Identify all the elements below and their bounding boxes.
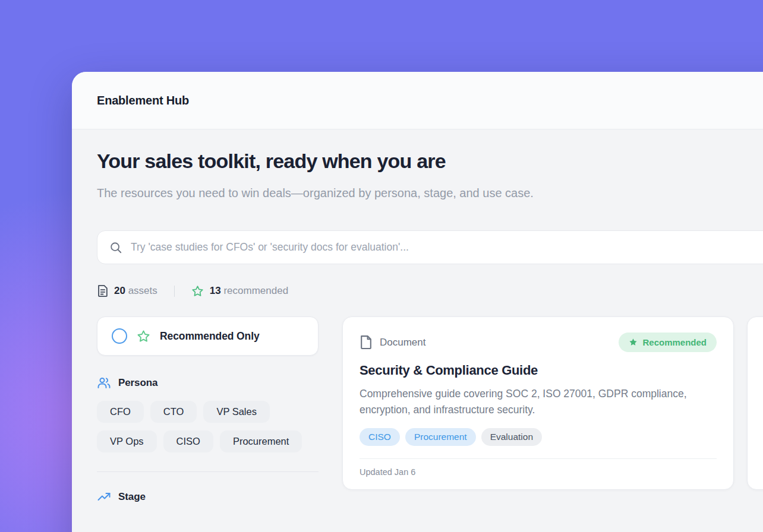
tag-procurement: Procurement (405, 428, 476, 446)
asset-cards-row: Document Recommended Security & Complian… (342, 316, 763, 490)
card-description: Comprehensive guide covering SOC 2, ISO … (360, 386, 716, 418)
recommended-count: 13 (210, 285, 221, 296)
card-top: Document Recommended (360, 332, 717, 352)
stats-row: 20 assets 13 recommended (97, 284, 763, 297)
persona-chip-cto[interactable]: CTO (150, 401, 197, 423)
page-title: Your sales toolkit, ready when you are (97, 150, 763, 173)
recommended-badge: Recommended (619, 332, 717, 352)
persona-chip-cfo[interactable]: CFO (97, 401, 144, 423)
card-updated: Updated Jan 6 (360, 467, 717, 477)
recommended-count-stat: 13 recommended (210, 285, 288, 297)
enablement-hub-panel: Enablement Hub Your sales toolkit, ready… (72, 72, 763, 532)
card-type: Document (360, 335, 425, 350)
persona-filter-header: Persona (97, 376, 319, 390)
recommended-only-toggle[interactable]: Recommended Only (97, 316, 319, 356)
persona-chips: CFO CTO VP Sales VP Ops CISO Procurement (97, 401, 319, 452)
assets-count-stat: 20 assets (114, 285, 157, 297)
persona-chip-vp-sales[interactable]: VP Sales (203, 401, 270, 423)
content-row: Recommended Only Persona CFO (97, 316, 763, 504)
search-input[interactable] (131, 241, 763, 254)
persona-chip-procurement[interactable]: Procurement (220, 430, 302, 452)
asset-card-security-compliance-guide[interactable]: Document Recommended Security & Complian… (342, 316, 734, 490)
tag-ciso: CISO (360, 428, 400, 446)
users-icon (97, 376, 111, 390)
filters-sidebar: Recommended Only Persona CFO (97, 316, 319, 504)
tag-evaluation: Evaluation (481, 428, 542, 446)
search-box[interactable] (97, 230, 763, 264)
assets-count: 20 (114, 285, 125, 296)
radio-circle-icon[interactable] (112, 328, 127, 344)
search-icon (109, 241, 122, 254)
persona-chip-vp-ops[interactable]: VP Ops (97, 430, 157, 452)
card-tags: CISO Procurement Evaluation (360, 428, 717, 446)
stage-filter-label: Stage (118, 491, 146, 503)
recommended-label: recommended (223, 285, 288, 296)
card-type-label: Document (380, 337, 425, 349)
persona-chip-ciso[interactable]: CISO (163, 430, 213, 452)
file-icon (360, 335, 372, 350)
card-footer-divider (360, 458, 717, 459)
stats-divider (174, 286, 175, 297)
file-icon (97, 284, 108, 297)
star-outline-icon (137, 330, 150, 343)
star-filled-icon (629, 338, 638, 347)
card-title: Security & Compliance Guide (360, 363, 717, 378)
trending-up-icon (97, 490, 111, 504)
star-outline-icon (191, 285, 204, 297)
asset-card-partial[interactable] (747, 316, 763, 490)
page-subtitle: The resources you need to win deals—orga… (97, 182, 590, 204)
stage-filter-header: Stage (97, 490, 319, 504)
sidebar-divider (97, 471, 319, 472)
app-title: Enablement Hub (97, 94, 189, 107)
recommended-only-label: Recommended Only (160, 330, 260, 343)
panel-header: Enablement Hub (72, 72, 763, 129)
assets-label: assets (128, 285, 157, 296)
persona-filter-label: Persona (118, 377, 157, 389)
recommended-badge-label: Recommended (642, 337, 707, 347)
panel-body: Your sales toolkit, ready when you are T… (72, 129, 763, 504)
